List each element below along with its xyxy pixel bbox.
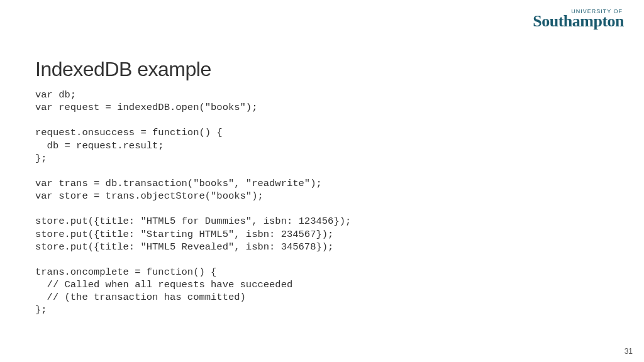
logo-main-text: Southampton [533,13,624,30]
code-block: var db; var request = indexedDB.open("bo… [35,89,609,317]
university-logo: UNIVERSITY OF Southampton [533,9,624,30]
slide-title: IndexedDB example [35,58,609,81]
slide-content: IndexedDB example var db; var request = … [35,58,609,317]
page-number: 31 [625,347,633,356]
